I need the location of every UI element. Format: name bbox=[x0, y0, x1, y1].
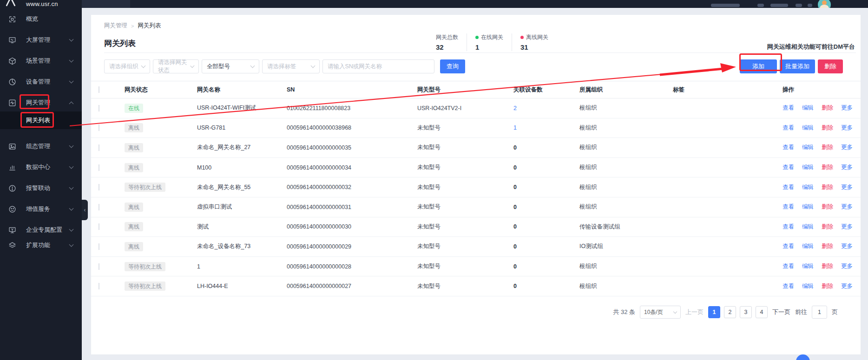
action-编辑[interactable]: 编辑 bbox=[802, 203, 814, 211]
sidebar-item-scene[interactable]: 场景管理 bbox=[0, 55, 82, 67]
action-更多[interactable]: 更多 bbox=[841, 223, 853, 231]
tag-select[interactable]: 请选择标签 bbox=[262, 59, 320, 73]
bell-icon[interactable] bbox=[757, 4, 764, 7]
row-checkbox[interactable] bbox=[99, 144, 99, 151]
action-查看[interactable]: 查看 bbox=[783, 104, 794, 112]
row-checkbox[interactable] bbox=[99, 283, 99, 289]
status-badge: 离线 bbox=[125, 123, 143, 132]
action-查看[interactable]: 查看 bbox=[783, 223, 794, 231]
row-checkbox[interactable] bbox=[99, 164, 99, 171]
row-checkbox[interactable] bbox=[99, 204, 99, 210]
sidebar-item-extension[interactable]: 扩展功能 bbox=[0, 239, 82, 251]
gateway-model: 未知型号 bbox=[406, 282, 502, 290]
row-checkbox[interactable] bbox=[99, 243, 99, 250]
action-查看[interactable]: 查看 bbox=[783, 124, 794, 132]
sidebar-item-gateway-list[interactable]: 网关列表 bbox=[0, 111, 82, 129]
status-badge: 等待初次上线 bbox=[125, 281, 165, 291]
sidebar-item-scada[interactable]: 组态管理 bbox=[0, 140, 82, 152]
action-更多[interactable]: 更多 bbox=[841, 104, 853, 112]
action-查看[interactable]: 查看 bbox=[783, 203, 794, 211]
topbar bbox=[82, 0, 868, 8]
action-删除[interactable]: 删除 bbox=[822, 183, 833, 191]
page-button-2[interactable]: 2 bbox=[724, 306, 736, 318]
action-删除[interactable]: 删除 bbox=[822, 164, 833, 171]
sidebar-item-enterprise[interactable]: 企业专属配置 bbox=[0, 224, 82, 236]
table-row: 离线 测试 00059614000000000030 未知型号 0 传输设备测试… bbox=[91, 217, 861, 237]
delete-button[interactable]: 删除 bbox=[818, 59, 843, 73]
sidebar-item-gateway[interactable]: 网关管理 bbox=[0, 97, 82, 109]
row-checkbox[interactable] bbox=[99, 124, 99, 131]
row-checkbox[interactable] bbox=[99, 184, 99, 190]
device-count[interactable]: 2 bbox=[513, 105, 517, 111]
action-更多[interactable]: 更多 bbox=[841, 262, 853, 270]
action-编辑[interactable]: 编辑 bbox=[802, 262, 814, 270]
action-查看[interactable]: 查看 bbox=[783, 183, 794, 191]
action-编辑[interactable]: 编辑 bbox=[802, 144, 814, 151]
help-icon[interactable] bbox=[796, 4, 802, 7]
breadcrumb-parent[interactable]: 网关管理 bbox=[104, 22, 127, 30]
select-all-checkbox[interactable] bbox=[99, 86, 99, 93]
model-select[interactable]: 全部型号 bbox=[202, 59, 259, 73]
add-button[interactable]: 添加 bbox=[740, 59, 777, 73]
goto-page-input[interactable]: 1 bbox=[812, 306, 827, 319]
gateway-sn: 00059614000000000028 bbox=[276, 263, 406, 270]
page-size-select[interactable]: 10条/页 bbox=[640, 306, 681, 319]
page-button-3[interactable]: 3 bbox=[740, 306, 752, 318]
action-更多[interactable]: 更多 bbox=[841, 242, 853, 250]
action-更多[interactable]: 更多 bbox=[841, 282, 853, 290]
action-删除[interactable]: 删除 bbox=[822, 144, 833, 151]
action-编辑[interactable]: 编辑 bbox=[802, 104, 814, 112]
action-查看[interactable]: 查看 bbox=[783, 144, 794, 151]
action-更多[interactable]: 更多 bbox=[841, 124, 853, 132]
action-编辑[interactable]: 编辑 bbox=[802, 183, 814, 191]
sidebar-item-vas[interactable]: 增值服务 bbox=[0, 203, 82, 215]
sidebar-collapse-handle[interactable]: ‹ bbox=[82, 200, 88, 220]
action-删除[interactable]: 删除 bbox=[822, 262, 833, 270]
sidebar-item-data[interactable]: 数据中心 bbox=[0, 161, 82, 173]
gateway-icon bbox=[8, 99, 16, 107]
topbar-message-fragment[interactable] bbox=[770, 4, 788, 7]
device-count[interactable]: 1 bbox=[513, 124, 517, 131]
page-button-4[interactable]: 4 bbox=[756, 306, 768, 318]
gateway-status-select[interactable]: 请选择网关状态 bbox=[153, 59, 199, 73]
sidebar-item-device[interactable]: 设备管理 bbox=[0, 76, 82, 88]
logo[interactable]: www.usr.cn bbox=[0, 0, 82, 8]
sidebar-item-overview[interactable]: 概览 bbox=[0, 13, 82, 25]
avatar[interactable] bbox=[818, 0, 831, 8]
query-button[interactable]: 查询 bbox=[440, 59, 465, 73]
batch-add-button[interactable]: 批量添加 bbox=[780, 59, 815, 73]
action-查看[interactable]: 查看 bbox=[783, 282, 794, 290]
action-更多[interactable]: 更多 bbox=[841, 183, 853, 191]
sidebar-item-screen[interactable]: 大屏管理 bbox=[0, 34, 82, 46]
action-查看[interactable]: 查看 bbox=[783, 242, 794, 250]
col-org: 所属组织 bbox=[568, 86, 662, 94]
row-checkbox[interactable] bbox=[99, 105, 99, 111]
action-删除[interactable]: 删除 bbox=[822, 223, 833, 231]
action-查看[interactable]: 查看 bbox=[783, 164, 794, 171]
org-select[interactable]: 请选择组织 bbox=[104, 59, 150, 73]
action-删除[interactable]: 删除 bbox=[822, 104, 833, 112]
action-查看[interactable]: 查看 bbox=[783, 262, 794, 270]
action-更多[interactable]: 更多 bbox=[841, 203, 853, 211]
action-编辑[interactable]: 编辑 bbox=[802, 164, 814, 171]
action-删除[interactable]: 删除 bbox=[822, 282, 833, 290]
action-编辑[interactable]: 编辑 bbox=[802, 242, 814, 250]
action-编辑[interactable]: 编辑 bbox=[802, 282, 814, 290]
row-checkbox[interactable] bbox=[99, 263, 99, 270]
globe-icon[interactable] bbox=[808, 4, 812, 7]
device-count: 0 bbox=[513, 184, 517, 190]
next-page-button[interactable]: 下一页 bbox=[772, 308, 790, 316]
page-button-1[interactable]: 1 bbox=[708, 306, 720, 318]
action-编辑[interactable]: 编辑 bbox=[802, 124, 814, 132]
action-删除[interactable]: 删除 bbox=[822, 203, 833, 211]
prev-page-button[interactable]: 上一页 bbox=[685, 308, 704, 316]
action-更多[interactable]: 更多 bbox=[841, 144, 853, 151]
action-更多[interactable]: 更多 bbox=[841, 164, 853, 171]
sn-search-input[interactable]: 请输入SN或网关名称 bbox=[322, 59, 434, 73]
overview-icon bbox=[8, 15, 16, 23]
action-编辑[interactable]: 编辑 bbox=[802, 223, 814, 231]
sidebar-item-alarm[interactable]: 报警联动 bbox=[0, 182, 82, 194]
row-checkbox[interactable] bbox=[99, 223, 99, 230]
action-删除[interactable]: 删除 bbox=[822, 124, 833, 132]
action-删除[interactable]: 删除 bbox=[822, 242, 833, 250]
